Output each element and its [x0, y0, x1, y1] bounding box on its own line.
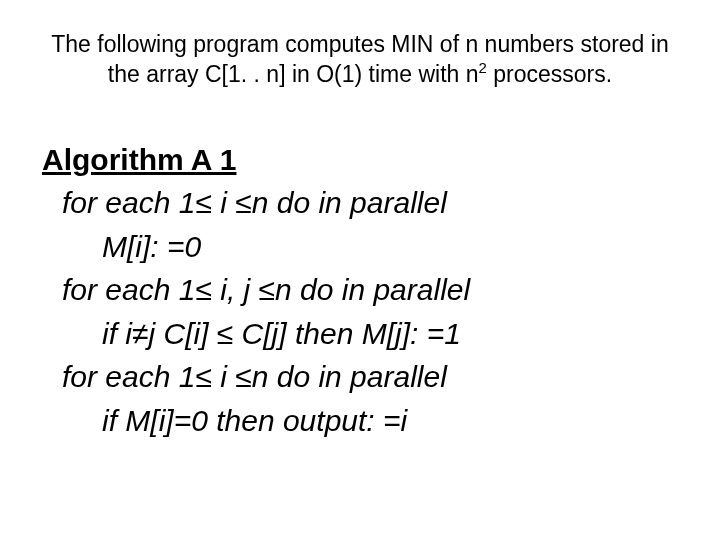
- leq-symbol: ≤: [195, 273, 211, 306]
- algo-line-5: for each 1≤ i ≤n do in parallel: [42, 355, 678, 399]
- leq-symbol: ≤: [217, 317, 233, 350]
- algo-line-3: for each 1≤ i, j ≤n do in parallel: [42, 268, 678, 312]
- algo-line-2: M[i]: =0: [42, 225, 678, 269]
- text: n do in parallel: [275, 273, 470, 306]
- heading-line-1: The following program computes MIN of n …: [51, 31, 668, 57]
- algo-line-1: for each 1≤ i ≤n do in parallel: [42, 181, 678, 225]
- algo-line-4: if i≠j C[i] ≤ C[j] then M[j]: =1: [42, 312, 678, 356]
- leq-symbol: ≤: [235, 186, 251, 219]
- text: n do in parallel: [252, 360, 447, 393]
- leq-symbol: ≤: [259, 273, 275, 306]
- heading-line-2b: processors.: [487, 61, 612, 87]
- text: if i: [102, 317, 132, 350]
- text: C[j] then M[j]: =1: [233, 317, 461, 350]
- algo-line-6: if M[i]=0 then output: =i: [42, 399, 678, 443]
- slide-body: The following program computes MIN of n …: [0, 0, 720, 472]
- text: for each 1: [62, 360, 195, 393]
- text: i, j: [212, 273, 259, 306]
- algorithm-title: Algorithm A 1: [42, 138, 678, 182]
- superscript-2: 2: [479, 59, 487, 76]
- text: j C[i]: [148, 317, 216, 350]
- leq-symbol: ≤: [235, 360, 251, 393]
- algorithm-block: Algorithm A 1 for each 1≤ i ≤n do in par…: [42, 138, 678, 443]
- leq-symbol: ≤: [195, 360, 211, 393]
- text: i: [212, 186, 235, 219]
- text: for each 1: [62, 186, 195, 219]
- slide-heading: The following program computes MIN of n …: [42, 30, 678, 90]
- leq-symbol: ≤: [195, 186, 211, 219]
- text: n do in parallel: [252, 186, 447, 219]
- text: i: [212, 360, 235, 393]
- heading-line-2a: the array C[1. . n] in O(1) time with n: [108, 61, 479, 87]
- neq-symbol: ≠: [132, 317, 148, 350]
- text: for each 1: [62, 273, 195, 306]
